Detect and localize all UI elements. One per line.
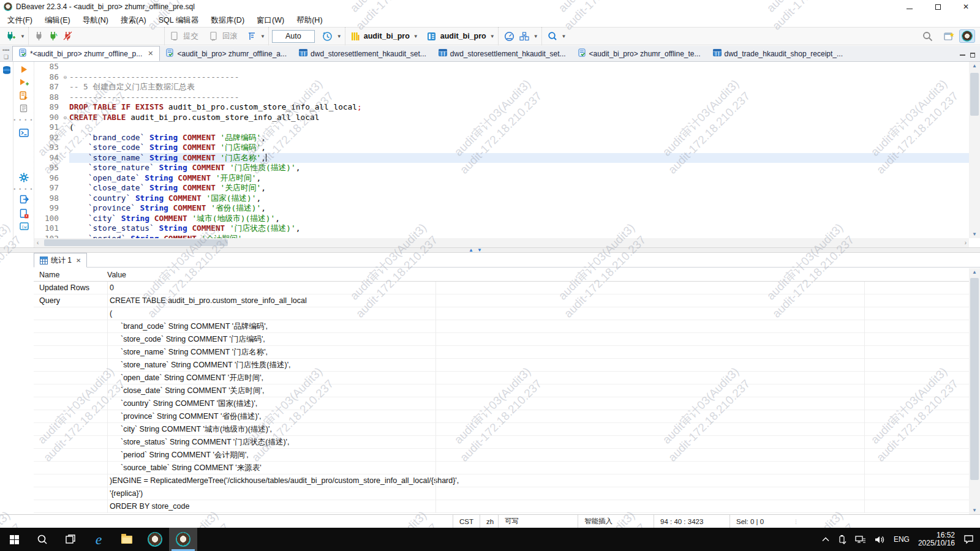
dbeaver-taskbar-icon-active[interactable] [169,528,197,551]
maximize-editor-icon[interactable] [970,53,975,58]
new-connection-icon[interactable] [4,30,18,43]
editor-hscroll-thumb[interactable] [44,239,228,246]
editor-tab-2[interactable]: dwd_storesettlement_hkaudit_set... [293,46,432,61]
sql-terminal-icon[interactable] [13,127,34,138]
connection-selector[interactable]: audit_bi_pro [364,32,410,40]
menu-item-6[interactable]: 窗口(W) [257,15,284,26]
editor-tab-4[interactable]: <audit_bi_pro> zhumr_offline_te... [572,46,707,61]
editor-line-102[interactable]: 102 `period` String COMMENT '会计期间', [34,234,969,239]
sql-search-icon[interactable] [546,30,559,42]
taskbar-clock[interactable]: 16:52 2025/10/16 [918,531,955,547]
global-search-icon[interactable] [921,30,935,43]
reconnect-icon[interactable] [47,30,60,43]
editor-tab-1[interactable]: <audit_bi_pro> zhumr_offline_a... [160,46,293,61]
stats-col-value[interactable]: Value [107,271,126,279]
new-connection-dropdown[interactable]: ▼ [20,34,25,39]
stats-row-4[interactable]: `store_code` String COMMENT '门店编码', [34,333,969,346]
tab-close-icon[interactable]: ✕ [148,50,153,58]
splitter-collapse-up-icon[interactable]: ▲ [469,247,473,253]
stats-row-2[interactable]: ( [34,307,969,320]
export-package-icon[interactable] [518,31,531,42]
stats-row-12[interactable]: `store_status` String COMMENT '门店状态(描述)'… [34,436,969,449]
stats-row-8[interactable]: `close_date` String COMMENT '关店时间', [34,384,969,397]
panel-splitter[interactable]: ▲ ▼ [0,247,980,253]
transaction-auto-select[interactable]: Auto [272,30,315,43]
stats-row-9[interactable]: `country` String COMMENT '国家(描述)', [34,397,969,410]
menu-item-1[interactable]: 编辑(E) [45,15,70,26]
editor-line-93[interactable]: 93 `store_code` String COMMENT '门店编码', [34,143,969,153]
minimize-editor-icon[interactable] [960,54,965,56]
templates-icon[interactable]: (w) [13,221,34,231]
editor-vertical-scrollbar[interactable]: ▲ ▼ [969,62,980,238]
stats-row-14[interactable]: `source_table` String COMMENT '来源表' [34,462,969,474]
stats-row-3[interactable]: `brand_code` String COMMENT '品牌编码', [34,320,969,333]
scroll-down-arrow[interactable]: ▼ [969,231,980,237]
export-result-icon[interactable] [13,194,34,204]
menu-item-5[interactable]: 数据库(D) [211,15,244,26]
settings-gear-icon[interactable] [13,172,34,182]
stats-row-6[interactable]: `store_nature` String COMMENT '门店性质(描述)'… [34,359,969,372]
menu-item-0[interactable]: 文件(F) [7,15,32,26]
fold-marker[interactable]: ⊖ [61,113,69,123]
minimize-button[interactable] [895,0,924,13]
execute-sql-icon[interactable] [13,64,34,75]
editor-line-88[interactable]: 88------------------------------------ [34,92,969,103]
splitter-collapse-down-icon[interactable]: ▼ [477,247,482,253]
editor-line-96[interactable]: 96 `open_date` String COMMENT '开店时间', [34,173,969,184]
editor-line-101[interactable]: 101 `store_status` String COMMENT '门店状态(… [34,223,969,234]
stats-row-7[interactable]: `open_date` String COMMENT '开店时间', [34,372,969,384]
editor-line-94[interactable]: 94 `store_name` String COMMENT '门店名称', [34,153,969,163]
stats-tab-close-icon[interactable]: ✕ [76,257,81,264]
taskbar-search-icon[interactable] [28,528,56,551]
stats-scroll-thumb[interactable] [970,278,979,480]
editor-line-95[interactable]: 95 `store_nature` String COMMENT '门店性质(描… [34,163,969,173]
schema-selector[interactable]: audit_bi_pro [440,32,486,40]
usb-device-icon[interactable] [838,534,846,544]
editor-line-100[interactable]: 100 `city` String COMMENT '城市(地级市)(描述)', [34,214,969,224]
connect-icon[interactable] [32,30,45,43]
sql-code-editor[interactable]: 8586⊖-----------------------------------… [34,62,969,238]
scroll-down-arrow[interactable]: ▼ [969,508,980,513]
maximize-button[interactable] [924,0,952,13]
export-package-dropdown[interactable]: ▼ [533,34,538,39]
editor-scroll-thumb[interactable] [970,73,979,116]
editor-line-86[interactable]: 86⊖------------------------------------ [34,72,969,83]
stats-row-17[interactable]: ORDER BY store_code [34,500,969,513]
scroll-up-arrow[interactable]: ▲ [969,63,980,69]
editor-horizontal-scrollbar[interactable]: ‹ › [34,238,969,247]
stats-row-10[interactable]: `province` String COMMENT '省份(描述)', [34,410,969,423]
execute-script-icon[interactable] [13,90,34,100]
dashboard-icon[interactable] [502,30,516,43]
menu-item-3[interactable]: 搜索(A) [121,15,146,26]
editor-line-85[interactable]: 85 [34,62,969,72]
stats-row-15[interactable]: )ENGINE = ReplicatedMergeTree('/clickhou… [34,474,969,487]
transaction-mode-dropdown[interactable]: ▼ [260,34,265,39]
stats-row-13[interactable]: `period` String COMMENT '会计期间', [34,449,969,462]
action-center-icon[interactable] [963,534,974,544]
validation-error-file-icon[interactable] [13,208,34,219]
tray-expand-icon[interactable] [822,537,829,542]
close-button[interactable]: ✕ [952,0,980,13]
stats-row-16[interactable]: '{replica}') [34,487,969,500]
transaction-mode-icon[interactable] [246,31,258,42]
menu-item-4[interactable]: SQL 编辑器 [159,15,199,26]
stats-row-5[interactable]: `store_name` String COMMENT '门店名称', [34,346,969,359]
disconnect-icon[interactable] [61,30,75,43]
stats-tab[interactable]: 统计 1 ✕ [34,253,87,268]
menu-item-2[interactable]: 导航(N) [83,15,108,26]
editor-tab-0[interactable]: *<audit_bi_pro> zhumr_offline_p...✕ [12,46,160,61]
editor-line-91[interactable]: 91( [34,122,969,133]
editor-line-90[interactable]: 90⊖CREATE TABLE audit_bi_pro.custom_stor… [34,113,969,123]
scroll-right-arrow[interactable]: › [962,239,969,246]
volume-icon[interactable] [875,535,885,544]
sql-search-dropdown[interactable]: ▼ [562,34,567,39]
editor-line-98[interactable]: 98 `country` String COMMENT '国家(描述)', [34,193,969,204]
network-icon[interactable] [855,535,866,544]
internet-explorer-icon[interactable]: e [85,528,113,551]
file-explorer-icon[interactable] [113,528,141,551]
scroll-left-arrow[interactable]: ‹ [34,239,41,246]
editor-line-97[interactable]: 97 `close_date` String COMMENT '关店时间', [34,183,969,193]
stats-row-1[interactable]: QueryCREATE TABLE audit_bi_pro.custom_st… [34,294,969,307]
execute-new-tab-icon[interactable] [13,77,34,88]
stats-row-11[interactable]: `city` String COMMENT '城市(地级市)(描述)', [34,423,969,436]
